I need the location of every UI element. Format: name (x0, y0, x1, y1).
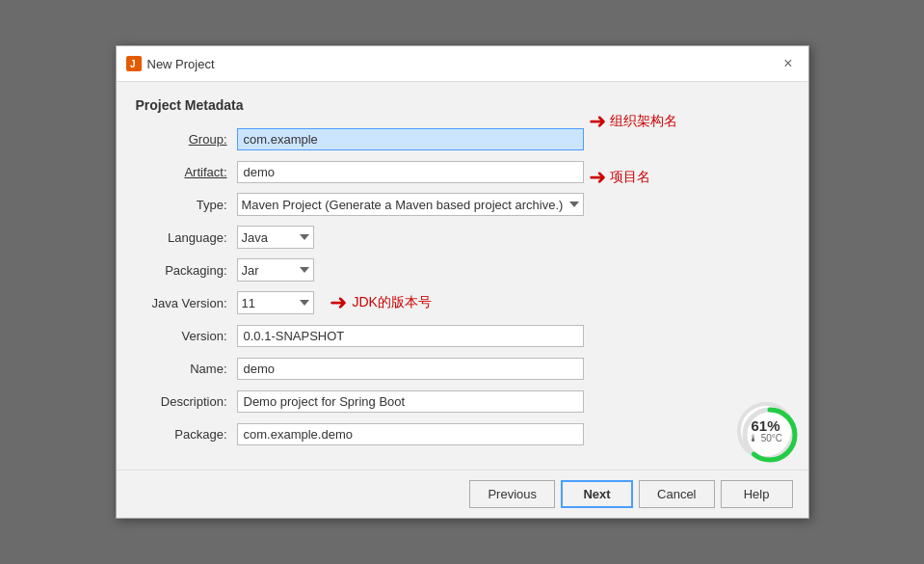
svg-text:J: J (130, 59, 136, 69)
new-project-dialog: J New Project × Project Metadata Group: … (116, 45, 809, 519)
group-annotation: ➜ 组织架构名 (589, 109, 677, 134)
package-label: Package: (136, 427, 237, 442)
name-row: Name: (136, 356, 789, 381)
language-select[interactable]: Java Kotlin Groovy (237, 226, 314, 249)
artifact-row: Artifact: (136, 159, 789, 184)
next-button[interactable]: Next (561, 480, 633, 508)
dialog-footer: Previous Next Cancel Help (117, 470, 808, 518)
package-row: Package: (136, 421, 789, 446)
title-bar-left: J New Project (126, 56, 215, 71)
jdk-arrow-icon: ➜ (330, 290, 347, 315)
java-version-label: Java Version: (136, 296, 237, 310)
help-button[interactable]: Help (721, 480, 793, 508)
jdk-annotation: ➜ JDK的版本号 (330, 290, 432, 315)
section-title: Project Metadata (136, 97, 789, 113)
artifact-annotation-text: 项目名 (610, 169, 650, 186)
type-select[interactable]: Maven Project (Generate a Maven based pr… (237, 193, 584, 216)
dialog-title: New Project (147, 57, 215, 71)
description-input[interactable] (237, 390, 584, 413)
close-button[interactable]: × (778, 54, 798, 73)
temp-widget: 61% 🌡 50°C (737, 402, 795, 460)
group-input[interactable] (237, 128, 584, 150)
app-icon: J (126, 56, 142, 71)
group-label: Group: (136, 132, 237, 147)
version-row: Version: (136, 323, 789, 348)
description-label: Description: (136, 394, 237, 409)
previous-button[interactable]: Previous (469, 480, 555, 508)
language-label: Language: (136, 230, 237, 245)
version-label: Version: (136, 329, 237, 343)
temp-ring-svg (741, 406, 799, 464)
packaging-select[interactable]: Jar War (237, 258, 314, 282)
name-input[interactable] (237, 358, 584, 380)
language-row: Language: Java Kotlin Groovy (136, 225, 789, 250)
type-row: Type: Maven Project (Generate a Maven ba… (136, 192, 789, 217)
packaging-row: Packaging: Jar War (136, 257, 789, 282)
java-version-select[interactable]: 8 11 17 21 (237, 291, 314, 314)
artifact-label: Artifact: (136, 165, 237, 179)
version-input[interactable] (237, 325, 584, 347)
dialog-body: Project Metadata Group: Artifact: Type: … (117, 82, 808, 470)
packaging-label: Packaging: (136, 263, 237, 278)
temp-circle: 61% 🌡 50°C (737, 402, 795, 460)
title-bar: J New Project × (117, 46, 808, 82)
jdk-annotation-text: JDK的版本号 (353, 294, 432, 311)
right-annotations: ➜ 组织架构名 ➜ 项目名 (589, 109, 677, 190)
artifact-annotation: ➜ 项目名 (589, 165, 677, 190)
package-input[interactable] (237, 423, 584, 445)
group-arrow-icon: ➜ (589, 109, 606, 134)
description-row: Description: (136, 389, 789, 414)
type-label: Type: (136, 198, 237, 212)
group-annotation-text: 组织架构名 (610, 113, 677, 130)
cancel-button[interactable]: Cancel (639, 480, 714, 508)
name-label: Name: (136, 362, 237, 376)
artifact-arrow-icon: ➜ (589, 165, 606, 190)
artifact-input[interactable] (237, 161, 584, 183)
java-version-row: Java Version: 8 11 17 21 ➜ JDK的版本号 (136, 290, 789, 315)
group-row: Group: (136, 126, 789, 151)
